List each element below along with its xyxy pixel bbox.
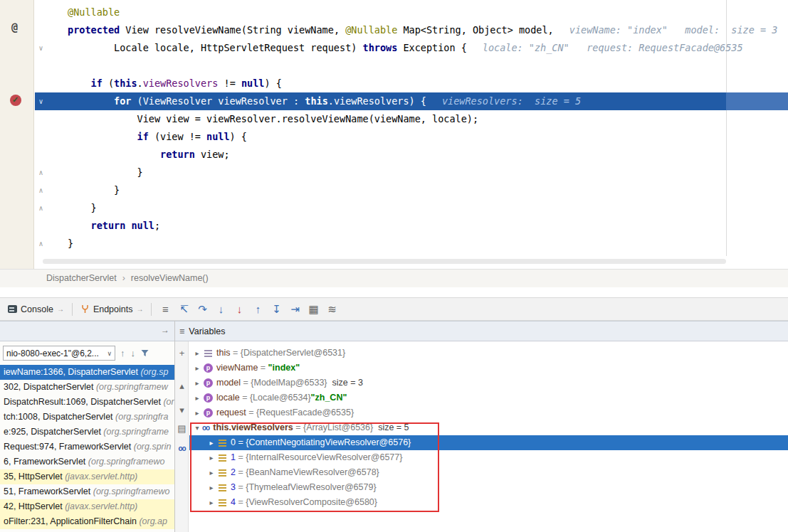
chevron-right-icon[interactable]: ▸ (192, 376, 202, 390)
step-over-icon[interactable]: ↷ (193, 301, 211, 318)
variable-value: {ContentNegotiatingViewResolver@6576} (246, 435, 411, 450)
variables-title: Variables (189, 326, 225, 336)
chevron-right-icon[interactable]: ▸ (206, 450, 216, 465)
equals-sign: = (246, 405, 256, 420)
panel-splitter[interactable] (0, 287, 788, 297)
variable-row[interactable]: ▸1 = {InternalResourceViewResolver@6577} (189, 450, 788, 465)
stack-frame[interactable]: 35, HttpServlet (javax.servlet.http) (0, 469, 174, 484)
array-item-icon (219, 440, 226, 447)
variable-row[interactable]: ▸plocale = {Locale@6534} "zh_CN" (189, 390, 788, 405)
breadcrumb-method[interactable]: resolveViewName() (131, 273, 209, 283)
array-index: 3 (231, 480, 236, 495)
stack-frame[interactable]: Request:974, FrameworkServlet (org.sprin (0, 440, 174, 454)
scroll-up-icon[interactable]: ▴ (175, 378, 189, 393)
chevron-right-icon[interactable]: ▸ (206, 495, 216, 510)
code-line: protected View resolveViewName(String vi… (35, 21, 788, 39)
equals-sign: = (241, 376, 251, 390)
variable-row[interactable]: ▸4 = {ViewResolverComposite@6580} (189, 495, 788, 510)
stack-frame[interactable]: 6, FrameworkServlet (org.springframewo (0, 454, 174, 469)
ide-debug-view: @ ✓ @Nullableprotected View resolveViewN… (0, 0, 788, 532)
variable-row[interactable]: ▸pmodel = {ModelMap@6533} size = 3 (189, 376, 788, 390)
stack-frame[interactable]: 42, HttpServlet (javax.servlet.http) (0, 499, 174, 514)
duplicate-watch-icon[interactable]: ▤ (175, 421, 189, 435)
chevron-right-icon[interactable]: ▸ (206, 435, 216, 450)
fold-marker-icon[interactable]: ∧ (36, 181, 46, 199)
chevron-right-icon[interactable]: ▸ (192, 346, 202, 361)
code-editor: @ ✓ @Nullableprotected View resolveViewN… (0, 0, 788, 269)
frame-package: (org.sprin (134, 442, 172, 452)
show-watches-icon[interactable]: oo (175, 441, 189, 455)
thread-selector[interactable]: nio-8080-exec-1"@6,2... ∨ (3, 346, 115, 361)
tab-console[interactable]: Console → (4, 298, 68, 320)
breadcrumb-class[interactable]: DispatcherServlet (46, 273, 117, 283)
chevron-right-icon[interactable]: ▸ (192, 405, 202, 420)
chevron-down-icon: ∨ (107, 350, 112, 357)
run-to-cursor-icon[interactable]: ⇥ (285, 301, 304, 318)
chevron-right-icon[interactable]: ▸ (192, 361, 202, 376)
stack-frame[interactable]: DispatchResult:1069, DispatcherServlet (… (0, 395, 174, 410)
hide-library-frames-icon[interactable] (140, 349, 149, 358)
force-step-into-icon[interactable]: ↓ (230, 301, 248, 318)
toolbar-separator (72, 303, 73, 316)
view-options-icon[interactable]: ≡ (156, 301, 174, 318)
chevron-right-icon[interactable]: ▸ (206, 465, 216, 480)
equals-sign: = (258, 361, 268, 376)
code-lines: @Nullableprotected View resolveViewName(… (35, 4, 788, 252)
fold-marker-icon[interactable]: ∨ (36, 39, 46, 57)
step-out-icon[interactable]: ↑ (248, 301, 267, 318)
fold-marker-icon[interactable]: ∨ (36, 92, 46, 110)
breadcrumb-separator: › (122, 273, 125, 283)
code-text: if (view != null) { (68, 131, 247, 142)
horizontal-scrollbar[interactable] (43, 259, 726, 264)
tab-options-icon[interactable]: → (136, 305, 143, 313)
variable-row[interactable]: ▸3 = {ThymeleafViewResolver@6579} (189, 480, 788, 495)
frame-location: 6, FrameworkServlet (4, 457, 88, 467)
stack-frame[interactable]: oFilter:231, ApplicationFilterChain (org… (0, 514, 174, 529)
drop-frame-icon[interactable]: ↧ (267, 301, 285, 318)
stack-frame[interactable]: iewName:1366, DispatcherServlet (org.sp (0, 365, 174, 380)
stack-frame[interactable]: tch:1008, DispatcherServlet (org.springf… (0, 410, 174, 425)
debug-toolbar: Console → Endpoints → ≡↸↷↓↓↑↧⇥▦≋ (0, 297, 788, 321)
variables-menu-icon[interactable]: ≡ (179, 326, 184, 336)
parameter-icon: p (204, 363, 213, 373)
add-watch-icon[interactable]: + (175, 346, 189, 360)
variable-value: {DispatcherServlet@6531} (241, 346, 346, 361)
chevron-down-icon[interactable]: ▾ (192, 420, 202, 435)
debug-step-buttons: ≡↸↷↓↓↑↧⇥▦≋ (156, 301, 341, 318)
scroll-down-icon[interactable]: ▾ (175, 403, 189, 417)
step-into-icon[interactable]: ↓ (211, 301, 230, 318)
chevron-right-icon[interactable]: ▸ (192, 390, 202, 405)
variable-string-value: "zh_CN" (311, 390, 347, 405)
code-line: if (this.viewResolvers != null) { (35, 75, 788, 92)
next-frame-icon[interactable]: ↓ (131, 348, 136, 358)
chevron-right-icon[interactable]: ▸ (206, 480, 216, 495)
tab-endpoints[interactable]: Endpoints → (77, 298, 147, 320)
annotation-gutter-icon: @ (11, 21, 18, 34)
equals-sign: = (236, 450, 246, 465)
panel-divider[interactable] (174, 321, 175, 532)
stack-frame[interactable]: e:925, DispatcherServlet (org.springfram… (0, 425, 174, 440)
show-execution-point-icon[interactable]: ↸ (174, 301, 193, 318)
variable-row[interactable]: ▸prequest = {RequestFacade@6535} (189, 405, 788, 420)
fold-marker-icon[interactable]: ∧ (36, 164, 46, 181)
variable-value: {InternalResourceViewResolver@6577} (246, 450, 402, 465)
array-index: 0 (231, 435, 236, 450)
frames-panel-menu-icon[interactable]: → (161, 325, 169, 335)
stack-frame[interactable]: 302, DispatcherServlet (org.springframew (0, 380, 174, 395)
fold-marker-icon[interactable]: ∧ (36, 199, 46, 217)
code-text: protected View resolveViewName(String vi… (68, 24, 554, 36)
variable-row[interactable]: ▸0 = {ContentNegotiatingViewResolver@657… (189, 435, 788, 450)
variable-row[interactable]: ▸2 = {BeanNameViewResolver@6578} (189, 465, 788, 480)
variable-row[interactable]: ▸this = {DispatcherServlet@6531} (189, 346, 788, 361)
tab-options-icon[interactable]: → (57, 305, 64, 313)
breakpoint-icon[interactable]: ✓ (10, 95, 21, 106)
variable-row[interactable]: ▸pviewName = "index" (189, 361, 788, 376)
layout-settings-icon[interactable]: ≋ (322, 301, 341, 318)
variable-row[interactable]: ▾oothis.viewResolvers = {ArrayList@6536}… (189, 420, 788, 435)
stack-frame[interactable]: 51, FrameworkServlet (org.springframewo (0, 484, 174, 499)
array-item-icon (219, 484, 226, 491)
view-as-table-icon[interactable]: ▦ (304, 301, 322, 318)
frame-package: (org.springframe (103, 427, 169, 437)
previous-frame-icon[interactable]: ↑ (120, 348, 125, 358)
fold-marker-icon[interactable]: ∧ (36, 235, 46, 252)
